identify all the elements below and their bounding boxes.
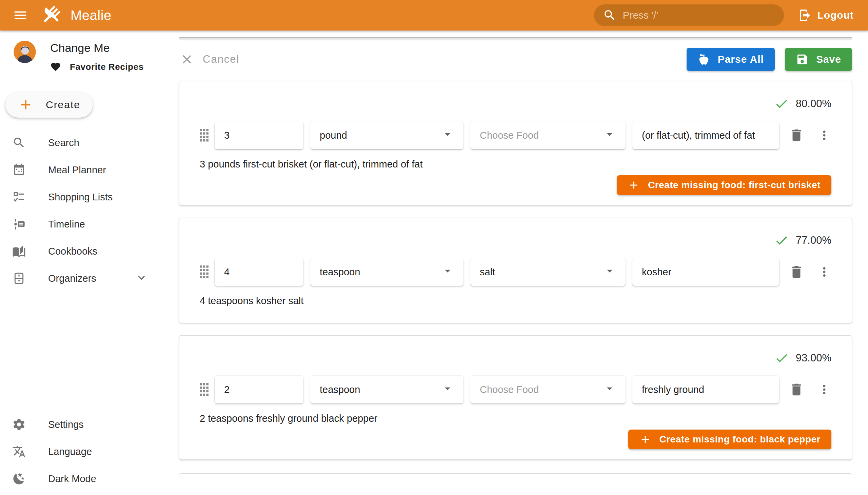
kebab-icon [817, 128, 831, 142]
drag-handle-icon[interactable] [200, 129, 208, 142]
mealie-logo-icon [40, 4, 62, 26]
check-icon [774, 96, 789, 111]
sidebar-footer-nav: Settings Language Dark Mode [0, 411, 162, 495]
cancel-button[interactable]: Cancel [179, 50, 246, 69]
logout-icon [798, 8, 812, 22]
ingredient-card: 93.00% teaspoon Choose Food [179, 335, 852, 460]
confidence-value: 93.00% [796, 352, 831, 364]
save-icon [796, 53, 809, 66]
food-value: salt [480, 267, 495, 278]
menu-down-icon [441, 264, 454, 280]
ingredient-menu-button[interactable] [817, 382, 831, 397]
sidebar-item-cookbooks[interactable]: Cookbooks [0, 238, 162, 265]
sidebar-nav: Search Meal Planner Shopping Lists [0, 129, 162, 292]
check-icon [774, 233, 789, 248]
save-label: Save [816, 54, 841, 65]
create-missing-food-label: Create missing food: black pepper [660, 434, 821, 445]
parse-all-button[interactable]: Parse All [686, 48, 775, 71]
missing-food-row: Create missing food: first-cut brisket [200, 175, 831, 195]
note-input[interactable] [632, 376, 779, 404]
sidebar: Change Me Favorite Recipes Create Search… [0, 31, 162, 495]
confidence-row: 93.00% [200, 351, 831, 365]
create-button[interactable]: Create [5, 92, 93, 118]
quantity-input[interactable] [215, 376, 304, 404]
drag-handle-icon[interactable] [200, 266, 208, 278]
profile-section: Change Me Favorite Recipes [0, 31, 162, 72]
sidebar-item-search[interactable]: Search [0, 129, 162, 156]
original-ingredient-text: 4 teaspoons kosher salt [200, 295, 831, 307]
ingredient-fields-row: teaspoon Choose Food [200, 376, 831, 404]
check-icon [774, 351, 789, 365]
delete-ingredient-button[interactable] [789, 127, 804, 143]
drag-handle-icon[interactable] [200, 383, 208, 396]
unit-value: pound [320, 130, 347, 141]
sidebar-item-label: Language [48, 446, 92, 457]
sidebar-item-dark-mode[interactable]: Dark Mode [0, 465, 162, 492]
quantity-input[interactable] [215, 258, 304, 286]
ingredient-card: 80.00% pound Choose Food [179, 81, 852, 205]
app-title: Mealie [70, 8, 112, 23]
note-input[interactable] [632, 121, 779, 149]
apple-icon [697, 53, 710, 66]
sidebar-item-label: Organizers [48, 273, 96, 284]
trash-icon [789, 382, 804, 397]
sidebar-item-timeline[interactable]: Timeline [0, 210, 162, 238]
menu-down-icon [441, 382, 454, 397]
food-select[interactable]: Choose Food [470, 376, 626, 404]
avatar[interactable] [14, 41, 36, 63]
ingredient-menu-button[interactable] [817, 265, 831, 279]
missing-food-row: Create missing food: black pepper [200, 430, 831, 449]
logout-label: Logout [817, 10, 854, 21]
chevron-down-icon[interactable] [135, 271, 148, 286]
unit-select[interactable]: pound [310, 121, 463, 149]
search-input[interactable] [623, 10, 775, 21]
food-select[interactable]: Choose Food [470, 121, 626, 149]
unit-value: teaspoon [320, 267, 360, 278]
heart-icon [50, 62, 61, 72]
previous-card-bottom-edge [179, 37, 852, 38]
menu-icon[interactable] [12, 6, 29, 24]
note-input[interactable] [632, 258, 779, 286]
logout-button[interactable]: Logout [796, 5, 856, 25]
confidence-row: 80.00% [200, 96, 831, 111]
delete-ingredient-button[interactable] [789, 382, 804, 397]
close-icon [180, 52, 194, 66]
create-missing-food-button[interactable]: Create missing food: first-cut brisket [617, 175, 831, 195]
note-field-wrap [632, 376, 779, 404]
unit-select[interactable]: teaspoon [310, 258, 463, 286]
menu-down-icon [603, 382, 616, 397]
original-ingredient-text: 3 pounds first-cut brisket (or flat-cut)… [200, 159, 831, 170]
sidebar-item-organizers[interactable]: Organizers [0, 265, 162, 292]
checklist-icon [12, 190, 26, 204]
ingredient-card: 77.00% teaspoon salt [179, 218, 852, 323]
delete-ingredient-button[interactable] [789, 264, 804, 280]
kebab-icon [817, 265, 831, 279]
unit-select[interactable]: teaspoon [310, 376, 463, 404]
sidebar-item-settings[interactable]: Settings [0, 411, 162, 438]
app-bar: Mealie Logout [0, 0, 868, 31]
sidebar-item-label: Timeline [48, 219, 85, 230]
quantity-input[interactable] [215, 121, 304, 149]
menu-down-icon [441, 128, 454, 143]
next-card-top-edge [179, 473, 852, 482]
favorite-recipes-link[interactable]: Favorite Recipes [50, 62, 144, 72]
sidebar-item-meal-planner[interactable]: Meal Planner [0, 156, 162, 184]
ingredient-fields-row: pound Choose Food [200, 121, 831, 149]
user-name: Change Me [50, 41, 144, 55]
save-button[interactable]: Save [785, 48, 852, 71]
sidebar-item-label: Dark Mode [48, 473, 96, 484]
sidebar-item-language[interactable]: Language [0, 438, 162, 465]
cancel-label: Cancel [203, 53, 240, 65]
confidence-row: 77.00% [200, 233, 831, 248]
menu-down-icon [603, 264, 616, 280]
note-field-wrap [632, 258, 779, 286]
ingredient-menu-button[interactable] [817, 128, 831, 142]
sidebar-item-label: Meal Planner [48, 165, 106, 176]
search-bar[interactable] [594, 4, 784, 26]
create-missing-food-label: Create missing food: first-cut brisket [648, 180, 820, 190]
create-missing-food-button[interactable]: Create missing food: black pepper [628, 430, 832, 449]
food-select[interactable]: salt [470, 258, 626, 286]
plus-icon [18, 97, 34, 113]
timeline-icon [12, 217, 26, 231]
sidebar-item-shopping-lists[interactable]: Shopping Lists [0, 184, 162, 210]
